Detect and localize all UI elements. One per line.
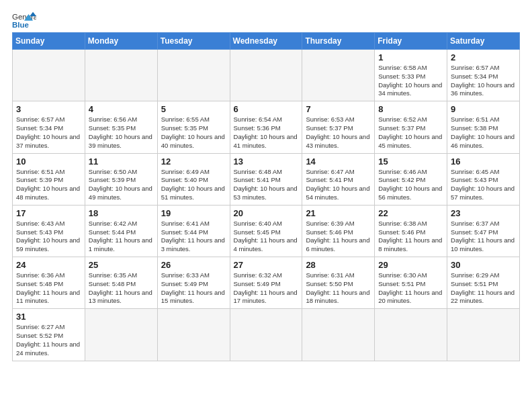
day-info: Sunrise: 6:41 AM Sunset: 5:44 PM Dayligh…: [161, 220, 226, 254]
calendar-cell: 14Sunrise: 6:47 AM Sunset: 5:41 PM Dayli…: [302, 153, 375, 205]
calendar-cell: 4Sunrise: 6:56 AM Sunset: 5:35 PM Daylig…: [85, 101, 157, 153]
day-number: 16: [451, 156, 516, 167]
calendar-cell: 30Sunrise: 6:29 AM Sunset: 5:51 PM Dayli…: [447, 257, 520, 309]
day-info: Sunrise: 6:43 AM Sunset: 5:43 PM Dayligh…: [16, 220, 81, 254]
calendar-cell: [302, 309, 375, 361]
calendar-cell: [157, 309, 230, 361]
day-number: 30: [451, 260, 516, 270]
calendar-cell: 1Sunrise: 6:58 AM Sunset: 5:33 PM Daylig…: [375, 50, 447, 101]
calendar-cell: 18Sunrise: 6:42 AM Sunset: 5:44 PM Dayli…: [85, 205, 157, 257]
weekday-header-sunday: Sunday: [13, 33, 85, 50]
day-info: Sunrise: 6:48 AM Sunset: 5:41 PM Dayligh…: [234, 168, 299, 202]
day-info: Sunrise: 6:46 AM Sunset: 5:42 PM Dayligh…: [378, 168, 443, 202]
calendar-cell: 12Sunrise: 6:49 AM Sunset: 5:40 PM Dayli…: [157, 153, 230, 205]
day-info: Sunrise: 6:35 AM Sunset: 5:48 PM Dayligh…: [89, 271, 154, 306]
calendar-cell: 22Sunrise: 6:38 AM Sunset: 5:46 PM Dayli…: [375, 205, 447, 257]
day-info: Sunrise: 6:54 AM Sunset: 5:36 PM Dayligh…: [234, 116, 299, 150]
day-number: 24: [16, 260, 81, 270]
day-info: Sunrise: 6:29 AM Sunset: 5:51 PM Dayligh…: [451, 271, 516, 306]
calendar-cell: 7Sunrise: 6:53 AM Sunset: 5:37 PM Daylig…: [302, 101, 375, 153]
calendar-cell: 17Sunrise: 6:43 AM Sunset: 5:43 PM Dayli…: [13, 205, 85, 257]
day-number: 9: [451, 104, 516, 114]
calendar-cell: 16Sunrise: 6:45 AM Sunset: 5:43 PM Dayli…: [447, 153, 520, 205]
day-number: 31: [16, 312, 81, 322]
day-info: Sunrise: 6:37 AM Sunset: 5:47 PM Dayligh…: [451, 220, 516, 254]
calendar-cell: 5Sunrise: 6:55 AM Sunset: 5:35 PM Daylig…: [157, 101, 230, 153]
day-info: Sunrise: 6:49 AM Sunset: 5:40 PM Dayligh…: [161, 168, 226, 202]
calendar-cell: 9Sunrise: 6:51 AM Sunset: 5:38 PM Daylig…: [447, 101, 520, 153]
day-info: Sunrise: 6:36 AM Sunset: 5:48 PM Dayligh…: [16, 271, 81, 306]
calendar-cell: 8Sunrise: 6:52 AM Sunset: 5:37 PM Daylig…: [375, 101, 447, 153]
day-number: 1: [378, 52, 443, 62]
day-number: 20: [234, 208, 299, 218]
calendar-cell: 24Sunrise: 6:36 AM Sunset: 5:48 PM Dayli…: [13, 257, 85, 309]
day-info: Sunrise: 6:51 AM Sunset: 5:39 PM Dayligh…: [16, 168, 81, 202]
calendar-cell: [302, 50, 375, 101]
day-number: 26: [161, 260, 226, 270]
calendar-cell: [13, 50, 85, 101]
day-number: 12: [161, 156, 226, 167]
weekday-header-saturday: Saturday: [447, 33, 520, 50]
calendar-cell: 10Sunrise: 6:51 AM Sunset: 5:39 PM Dayli…: [13, 153, 85, 205]
day-number: 7: [306, 104, 371, 114]
day-number: 17: [16, 208, 81, 218]
day-number: 27: [234, 260, 299, 270]
day-number: 25: [89, 260, 154, 270]
day-number: 23: [451, 208, 516, 218]
weekday-header-thursday: Thursday: [302, 33, 375, 50]
calendar-cell: [230, 50, 302, 101]
day-info: Sunrise: 6:58 AM Sunset: 5:33 PM Dayligh…: [378, 64, 443, 98]
day-info: Sunrise: 6:38 AM Sunset: 5:46 PM Dayligh…: [378, 220, 443, 254]
day-info: Sunrise: 6:47 AM Sunset: 5:41 PM Dayligh…: [306, 168, 371, 202]
calendar-cell: 11Sunrise: 6:50 AM Sunset: 5:39 PM Dayli…: [85, 153, 157, 205]
day-info: Sunrise: 6:27 AM Sunset: 5:52 PM Dayligh…: [16, 323, 81, 357]
day-info: Sunrise: 6:30 AM Sunset: 5:51 PM Dayligh…: [378, 271, 443, 306]
day-info: Sunrise: 6:52 AM Sunset: 5:37 PM Dayligh…: [378, 116, 443, 150]
day-info: Sunrise: 6:42 AM Sunset: 5:44 PM Dayligh…: [89, 220, 154, 254]
calendar-cell: 23Sunrise: 6:37 AM Sunset: 5:47 PM Dayli…: [447, 205, 520, 257]
day-info: Sunrise: 6:57 AM Sunset: 5:34 PM Dayligh…: [16, 116, 81, 150]
day-info: Sunrise: 6:57 AM Sunset: 5:34 PM Dayligh…: [451, 64, 516, 98]
calendar-cell: [85, 50, 157, 101]
day-info: Sunrise: 6:33 AM Sunset: 5:49 PM Dayligh…: [161, 271, 226, 306]
calendar-cell: 21Sunrise: 6:39 AM Sunset: 5:46 PM Dayli…: [302, 205, 375, 257]
weekday-header-friday: Friday: [375, 33, 447, 50]
day-info: Sunrise: 6:40 AM Sunset: 5:45 PM Dayligh…: [234, 220, 299, 254]
calendar-cell: [85, 309, 157, 361]
svg-text:Blue: Blue: [12, 21, 29, 29]
day-number: 19: [161, 208, 226, 218]
day-info: Sunrise: 6:55 AM Sunset: 5:35 PM Dayligh…: [161, 116, 226, 150]
calendar-cell: 29Sunrise: 6:30 AM Sunset: 5:51 PM Dayli…: [375, 257, 447, 309]
day-number: 5: [161, 104, 226, 114]
day-number: 21: [306, 208, 371, 218]
day-number: 14: [306, 156, 371, 167]
calendar-cell: 15Sunrise: 6:46 AM Sunset: 5:42 PM Dayli…: [375, 153, 447, 205]
calendar-cell: 28Sunrise: 6:31 AM Sunset: 5:50 PM Dayli…: [302, 257, 375, 309]
logo: General Blue: [12, 11, 36, 30]
day-number: 11: [89, 156, 154, 167]
calendar-cell: 19Sunrise: 6:41 AM Sunset: 5:44 PM Dayli…: [157, 205, 230, 257]
weekday-header-tuesday: Tuesday: [157, 33, 230, 50]
day-info: Sunrise: 6:56 AM Sunset: 5:35 PM Dayligh…: [89, 116, 154, 150]
day-info: Sunrise: 6:53 AM Sunset: 5:37 PM Dayligh…: [306, 116, 371, 150]
calendar-cell: 6Sunrise: 6:54 AM Sunset: 5:36 PM Daylig…: [230, 101, 302, 153]
calendar-table: SundayMondayTuesdayWednesdayThursdayFrid…: [12, 32, 520, 361]
day-number: 13: [234, 156, 299, 167]
calendar-cell: [230, 309, 302, 361]
calendar-cell: [375, 309, 447, 361]
day-info: Sunrise: 6:51 AM Sunset: 5:38 PM Dayligh…: [451, 116, 516, 150]
calendar-cell: 20Sunrise: 6:40 AM Sunset: 5:45 PM Dayli…: [230, 205, 302, 257]
calendar-cell: 13Sunrise: 6:48 AM Sunset: 5:41 PM Dayli…: [230, 153, 302, 205]
day-info: Sunrise: 6:31 AM Sunset: 5:50 PM Dayligh…: [306, 271, 371, 306]
calendar-cell: [157, 50, 230, 101]
weekday-header-wednesday: Wednesday: [230, 33, 302, 50]
calendar-cell: 3Sunrise: 6:57 AM Sunset: 5:34 PM Daylig…: [13, 101, 85, 153]
day-number: 18: [89, 208, 154, 218]
day-info: Sunrise: 6:32 AM Sunset: 5:49 PM Dayligh…: [234, 271, 299, 306]
day-number: 29: [378, 260, 443, 270]
day-number: 10: [16, 156, 81, 167]
weekday-header-monday: Monday: [85, 33, 157, 50]
day-number: 28: [306, 260, 371, 270]
calendar-cell: 2Sunrise: 6:57 AM Sunset: 5:34 PM Daylig…: [447, 50, 520, 101]
calendar-cell: 25Sunrise: 6:35 AM Sunset: 5:48 PM Dayli…: [85, 257, 157, 309]
